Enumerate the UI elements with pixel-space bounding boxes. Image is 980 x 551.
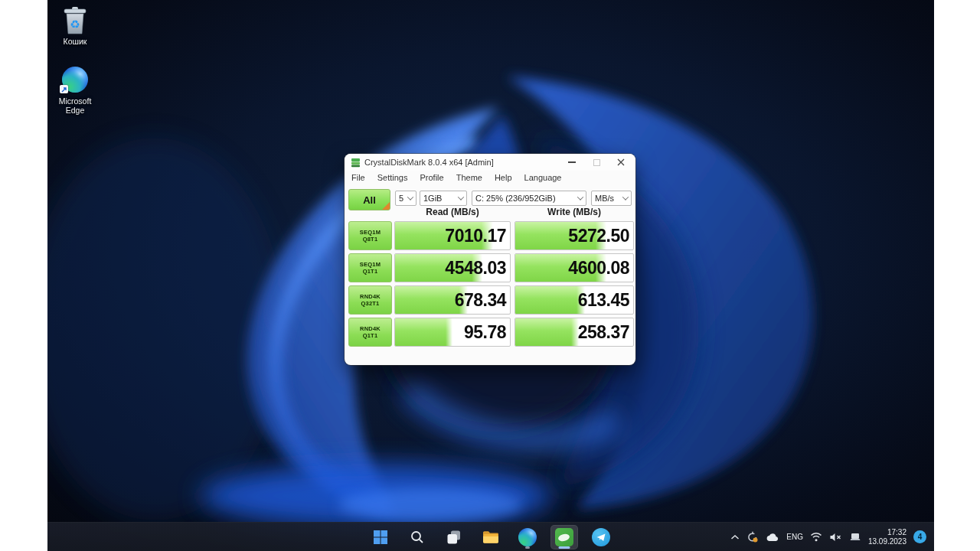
update-tray-button[interactable] bbox=[746, 531, 759, 543]
all-label: All bbox=[363, 194, 376, 206]
shortcut-arrow-icon bbox=[60, 85, 68, 93]
rnd4k-q1t1-button[interactable]: RND4KQ1T1 bbox=[348, 318, 392, 347]
screen: ♻ Кошик Microsoft Edge Crys bbox=[0, 0, 980, 551]
edge-label: Microsoft Edge bbox=[49, 96, 101, 115]
cloud-icon bbox=[766, 532, 779, 542]
all-test-button[interactable]: All bbox=[348, 189, 390, 210]
seq1m-q1t1-button[interactable]: SEQ1MQ1T1 bbox=[348, 253, 392, 282]
table-row: SEQ1MQ8T1 7010.17 5272.50 bbox=[348, 221, 634, 250]
chevron-down-icon bbox=[458, 194, 464, 200]
read-result-cell: 4548.03 bbox=[394, 253, 511, 282]
clock[interactable]: 17:32 13.09.2023 bbox=[868, 528, 906, 546]
telegram-icon bbox=[592, 528, 610, 546]
write-column-header: Write (MB/s) bbox=[514, 207, 634, 220]
cloud-tray-button[interactable] bbox=[766, 532, 779, 542]
maximize-button[interactable] bbox=[591, 157, 602, 168]
network-button[interactable] bbox=[810, 532, 822, 542]
desktop-icon-recycle-bin[interactable]: ♻ Кошик bbox=[49, 5, 101, 46]
task-view-icon bbox=[446, 529, 462, 546]
app-icon bbox=[351, 158, 361, 168]
crystaldiskmark-window: CrystalDiskMark 8.0.4 x64 [Admin] File S… bbox=[345, 154, 635, 365]
target-drive-dropdown[interactable]: C: 25% (236/952GiB) bbox=[472, 191, 586, 206]
device-tray-button[interactable] bbox=[849, 532, 861, 542]
crystaldiskmark-taskbar-button[interactable] bbox=[550, 525, 578, 549]
tray-overflow-button[interactable] bbox=[730, 534, 740, 540]
start-icon bbox=[372, 529, 389, 546]
language-indicator[interactable]: ENG bbox=[786, 533, 803, 541]
maximize-icon bbox=[593, 159, 600, 166]
start-button[interactable] bbox=[367, 525, 394, 549]
write-result-cell: 613.45 bbox=[514, 285, 634, 315]
telegram-taskbar-button[interactable] bbox=[587, 525, 615, 549]
menu-file[interactable]: File bbox=[351, 173, 365, 182]
volume-button[interactable] bbox=[829, 532, 842, 543]
menu-help[interactable]: Help bbox=[495, 173, 512, 182]
volume-muted-icon bbox=[829, 532, 842, 543]
wifi-icon bbox=[810, 532, 822, 542]
chevron-down-icon bbox=[577, 194, 583, 200]
task-view-button[interactable] bbox=[440, 525, 468, 549]
close-icon bbox=[617, 158, 625, 166]
result-bar bbox=[395, 318, 452, 346]
recycle-bin-label: Кошик bbox=[64, 37, 87, 46]
table-row: RND4KQ1T1 95.78 258.37 bbox=[348, 318, 634, 347]
notification-badge[interactable]: 4 bbox=[913, 530, 926, 543]
file-explorer-button[interactable] bbox=[477, 525, 505, 549]
table-row: RND4KQ32T1 678.34 613.45 bbox=[348, 285, 634, 315]
svg-text:♻: ♻ bbox=[70, 18, 80, 31]
close-button[interactable] bbox=[616, 157, 626, 168]
result-bar bbox=[515, 286, 585, 314]
menu-settings[interactable]: Settings bbox=[377, 173, 408, 182]
write-result-cell: 258.37 bbox=[514, 318, 634, 347]
window-title: CrystalDiskMark 8.0.4 x64 [Admin] bbox=[364, 158, 494, 167]
chevron-down-icon bbox=[407, 194, 413, 200]
corner-marker bbox=[382, 202, 390, 210]
result-bar bbox=[515, 318, 579, 346]
chevron-down-icon bbox=[622, 194, 629, 200]
read-column-header: Read (MB/s) bbox=[394, 207, 511, 220]
seq1m-q8t1-button[interactable]: SEQ1MQ8T1 bbox=[348, 221, 392, 250]
running-indicator bbox=[525, 546, 530, 549]
search-button[interactable] bbox=[403, 525, 431, 549]
menu-language[interactable]: Language bbox=[524, 173, 562, 182]
chevron-up-icon bbox=[730, 534, 740, 540]
read-result-cell: 678.34 bbox=[394, 285, 511, 315]
table-row: SEQ1MQ1T1 4548.03 4600.08 bbox=[348, 253, 634, 282]
edge-icon bbox=[518, 528, 537, 546]
search-icon bbox=[410, 530, 425, 545]
desktop: ♻ Кошик Microsoft Edge Crys bbox=[47, 0, 934, 551]
write-result-cell: 4600.08 bbox=[514, 253, 634, 282]
edge-taskbar-button[interactable] bbox=[514, 525, 541, 549]
title-bar[interactable]: CrystalDiskMark 8.0.4 x64 [Admin] bbox=[345, 154, 635, 171]
unit-dropdown[interactable]: MB/s bbox=[591, 191, 632, 206]
crystaldiskmark-icon bbox=[555, 528, 573, 546]
system-tray: ENG bbox=[730, 523, 926, 551]
time: 17:32 bbox=[868, 528, 906, 537]
test-count-dropdown[interactable]: 5 bbox=[395, 191, 416, 206]
date: 13.09.2023 bbox=[868, 537, 906, 546]
menu-theme[interactable]: Theme bbox=[456, 173, 482, 182]
menu-bar: File Settings Profile Theme Help Languag… bbox=[345, 171, 635, 184]
rnd4k-q32t1-button[interactable]: RND4KQ32T1 bbox=[348, 285, 392, 315]
file-explorer-icon bbox=[482, 528, 500, 546]
taskbar: ENG bbox=[47, 522, 934, 551]
test-size-dropdown[interactable]: 1GiB bbox=[420, 191, 467, 206]
read-result-cell: 95.78 bbox=[394, 318, 511, 347]
read-result-cell: 7010.17 bbox=[394, 221, 511, 250]
recycle-bin-icon: ♻ bbox=[61, 5, 89, 35]
menu-profile[interactable]: Profile bbox=[420, 173, 443, 182]
active-indicator bbox=[559, 546, 570, 549]
results-table: SEQ1MQ8T1 7010.17 5272.50 SEQ1MQ1T1 bbox=[348, 221, 634, 347]
write-result-cell: 5272.50 bbox=[514, 221, 634, 250]
device-icon bbox=[849, 532, 861, 542]
desktop-icon-microsoft-edge[interactable]: Microsoft Edge bbox=[49, 64, 101, 115]
update-icon bbox=[746, 531, 759, 543]
minimize-button[interactable] bbox=[567, 157, 577, 168]
minimize-icon bbox=[568, 161, 576, 163]
taskbar-center bbox=[367, 523, 615, 551]
edge-icon bbox=[61, 64, 89, 95]
